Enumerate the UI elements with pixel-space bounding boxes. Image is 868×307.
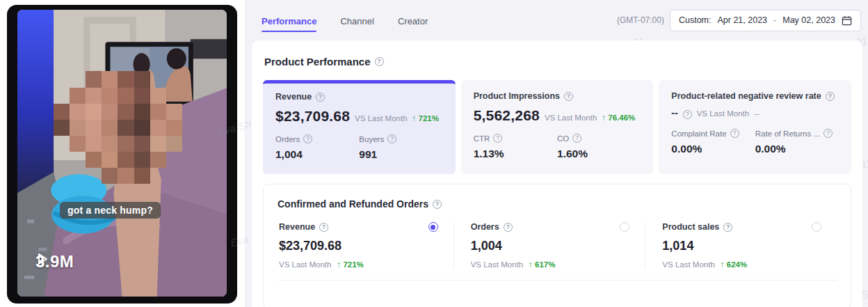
co-value: 1.60% (557, 148, 641, 160)
sub-label: Complaint Rate (671, 129, 755, 138)
divider (278, 280, 837, 281)
video-thumbnail[interactable]: got a neck hump? 3.9M (7, 5, 237, 304)
topbar: Performance Channel Creator (GMT-07:00) … (245, 0, 868, 40)
metric-cards: Revenue $23,709.68 VS Last Month 721% Or… (263, 80, 851, 174)
timezone-label: (GMT-07:00) (617, 15, 664, 25)
video-caption: got a neck hump? (60, 202, 161, 219)
performance-panel: Product Performance Revenue $23,709.68 V… (252, 40, 862, 307)
help-icon[interactable] (564, 92, 573, 101)
change-up: 721% (412, 114, 439, 123)
date-controls: (GMT-07:00) Custom: Apr 21, 2023 - May 0… (617, 10, 861, 31)
card-revenue[interactable]: Revenue $23,709.68 VS Last Month 721% Or… (263, 80, 456, 174)
help-icon[interactable] (493, 134, 502, 143)
review-rate-value: -- (671, 107, 677, 118)
change-up: 617% (529, 260, 555, 269)
tile-product-sales-value: 1,014 (662, 239, 821, 253)
radio-orders[interactable] (620, 222, 629, 232)
card-sub-metrics: Complaint Rate 0.00% Rate of Returns ...… (671, 129, 839, 155)
tile-head: Orders (471, 222, 630, 232)
help-icon[interactable] (826, 92, 835, 101)
card-product-impressions[interactable]: Product Impressions 5,562,268 VS Last Mo… (461, 80, 654, 174)
card-sub-metrics: CTR 1.13% CO 1.60% (474, 134, 641, 160)
vs-label: VS Last Month (355, 114, 407, 123)
confirmed-refunded-orders-card: Confirmed and Refunded Orders Revenue $2… (263, 184, 851, 307)
change-up: 76.46% (602, 113, 635, 122)
date-range-picker[interactable]: Custom: Apr 21, 2023 - May 02, 2023 (670, 10, 861, 31)
play-icon (35, 252, 49, 266)
card-label: Product-related negative review rate (671, 91, 839, 101)
card-value-row: 5,562,268 VS Last Month 76.46% (474, 107, 641, 124)
card-negative-review-rate[interactable]: Product-related negative review rate -- … (659, 80, 851, 174)
change-up: 624% (721, 260, 747, 269)
end-date[interactable]: May 02, 2023 (782, 15, 835, 25)
help-icon[interactable] (572, 134, 581, 143)
tile-vs-row: VS Last Month 617% (471, 260, 630, 269)
help-icon[interactable] (723, 223, 732, 232)
radio-revenue-selected[interactable] (428, 222, 438, 232)
card-value-row: $23,709.68 VS Last Month 721% (275, 108, 443, 125)
section-title-product-performance: Product Performance (264, 56, 851, 68)
impressions-value: 5,562,268 (474, 107, 540, 124)
analytics-dashboard: Eva Shiau 8631 Eva Shiau 8631 Eva Shiau … (245, 0, 868, 307)
card-value-row: -- VS Last Month -- (671, 107, 839, 119)
change-empty: -- (754, 109, 760, 118)
help-icon[interactable] (387, 134, 396, 143)
help-icon[interactable] (823, 129, 833, 138)
tile-orders[interactable]: Orders 1,004 VS Last Month 617% (453, 222, 645, 269)
tile-head: Revenue (279, 222, 438, 232)
help-icon[interactable] (375, 57, 384, 66)
sub-label: CO (557, 134, 641, 143)
sub-label: Rate of Returns ... (755, 129, 839, 138)
help-icon[interactable] (504, 223, 513, 232)
help-icon[interactable] (303, 134, 312, 143)
vs-label: VS Last Month (545, 113, 597, 122)
revenue-value: $23,709.68 (275, 108, 350, 125)
video-stats: 3.9M (35, 252, 74, 271)
sub-label: Buyers (359, 134, 442, 143)
section-title-confirmed-refunded: Confirmed and Refunded Orders (278, 198, 837, 210)
tab-bar: Performance Channel Creator (262, 6, 428, 35)
orders-value: 1,004 (275, 148, 359, 161)
screen: got a neck hump? 3.9M Eva Shiau 8631 Eva… (0, 0, 868, 307)
card-label: Revenue (275, 92, 443, 102)
tile-product-sales[interactable]: Product sales 1,014 VS Last Month 624% (645, 222, 837, 269)
start-date[interactable]: Apr 21, 2023 (717, 15, 767, 25)
tab-channel[interactable]: Channel (340, 6, 373, 35)
help-icon[interactable] (319, 223, 328, 232)
tab-creator[interactable]: Creator (398, 6, 428, 35)
vs-label: VS Last Month (697, 109, 749, 118)
tile-vs-row: VS Last Month 624% (662, 260, 821, 269)
complaint-rate-value: 0.00% (671, 143, 755, 155)
order-metric-tiles: Revenue $23,709.68 VS Last Month 721% Or… (278, 222, 837, 269)
help-icon[interactable] (730, 129, 739, 138)
tile-revenue-value: $23,709.68 (279, 239, 438, 253)
tab-performance[interactable]: Performance (262, 6, 316, 35)
custom-label: Custom: (679, 15, 712, 25)
sub-label: Orders (275, 134, 359, 143)
tile-orders-value: 1,004 (471, 239, 630, 253)
help-icon[interactable] (316, 93, 325, 102)
help-icon[interactable] (683, 110, 692, 119)
tile-head: Product sales (662, 222, 821, 232)
radio-product-sales[interactable] (812, 222, 821, 232)
tile-vs-row: VS Last Month 721% (279, 260, 438, 269)
ctr-value: 1.13% (474, 148, 557, 160)
video-frame: got a neck hump? 3.9M (17, 10, 227, 297)
card-label: Product Impressions (474, 91, 641, 101)
change-up: 721% (337, 260, 363, 269)
date-separator: - (773, 15, 776, 25)
calendar-icon[interactable] (842, 15, 852, 26)
sub-label: CTR (474, 134, 557, 143)
help-icon[interactable] (433, 200, 442, 209)
buyers-value: 991 (359, 148, 442, 161)
tile-revenue[interactable]: Revenue $23,709.68 VS Last Month 721% (278, 222, 453, 269)
returns-rate-value: 0.00% (755, 143, 839, 155)
card-sub-metrics: Orders 1,004 Buyers 991 (275, 134, 443, 161)
